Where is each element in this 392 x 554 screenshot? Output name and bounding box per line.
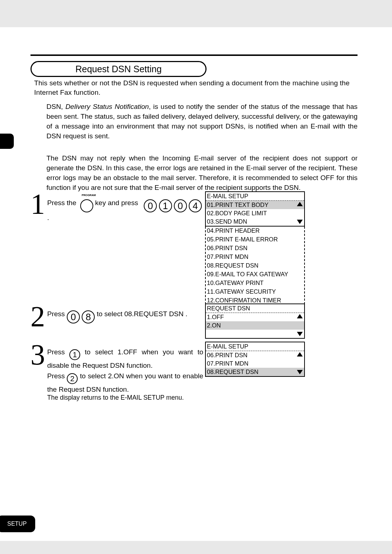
- step-2-body: Press 0 8 to select 08.REQUEST DSN .: [47, 309, 203, 323]
- step2-after: to select 08.REQUEST DSN .: [97, 310, 187, 318]
- step-number-2: 2: [30, 302, 45, 331]
- screen2-row-2: 2.ON: [206, 321, 304, 330]
- screen1-header: E-MAIL SETUP: [206, 192, 304, 201]
- intro-paragraph: This sets whether or not the DSN is requ…: [34, 78, 358, 97]
- key-0c: 0: [67, 310, 80, 323]
- menu-ext-07: 07.PRINT MDN: [206, 253, 304, 261]
- screen3-row-08-text: 08.REQUEST DSN: [207, 368, 258, 375]
- note-paragraph: The DSN may not reply when the Incoming …: [46, 153, 358, 192]
- screen-email-setup-return: E-MAIL SETUP 06.PRINT DSN 07.PRINT MDN 0…: [205, 342, 305, 377]
- program-label: PROGRAM: [78, 190, 99, 200]
- horizontal-rule: [30, 54, 358, 56]
- footer-tab-label: SETUP: [7, 521, 26, 527]
- header-bar: [0, 27, 392, 54]
- dsn-italic: Delivery Status Notification: [65, 103, 149, 110]
- menu-ext-08: 08.REQUEST DSN: [206, 261, 304, 270]
- screen3-row-06: 06.PRINT DSN: [206, 351, 304, 359]
- screen3-row-07: 07.PRINT MDN: [206, 359, 304, 368]
- screen2-row-1: 1.OFF: [206, 313, 304, 321]
- section-title-text: Request DSN Setting: [75, 64, 162, 74]
- dsn-lead: DSN,: [46, 103, 65, 110]
- dsn-description: DSN, Delivery Status Notification, is us…: [46, 102, 358, 141]
- press3b: Press: [47, 372, 67, 380]
- screen1-row-03-text: 03.SEND MDN: [207, 218, 247, 225]
- menu-ext-10: 10.GATEWAY PRINT: [206, 279, 304, 288]
- screen1-row-01-text: 01.PRINT TEXT BODY: [207, 201, 269, 208]
- menu-ext-11: 11.GATEWAY SECURITY: [206, 288, 304, 296]
- arrow-up-icon: [297, 314, 303, 318]
- arrow-up-icon: [297, 352, 303, 357]
- press3a: Press: [47, 348, 69, 356]
- step-3-body: Press 1 to select 1.OFF when you want to…: [47, 347, 203, 395]
- menu-ext-04: 04.PRINT HEADER: [206, 227, 304, 235]
- period: .: [47, 214, 49, 221]
- step-1-body: Press the PROGRAM key and press 0 1 0 4 …: [47, 196, 203, 223]
- section-title: Request DSN Setting: [30, 61, 207, 77]
- screen1-row-02-text: 02.BODY PAGE LIMIT: [207, 210, 267, 216]
- screen2-row-2-text: 2.ON: [207, 322, 221, 329]
- arrow-down-icon: [297, 332, 303, 336]
- screen2-row-1-text: 1.OFF: [207, 314, 224, 320]
- footer-tab: SETUP: [0, 516, 35, 532]
- step-number-1: 1: [30, 190, 45, 219]
- key-8: 8: [82, 310, 95, 323]
- arrow-down-icon: [297, 370, 303, 374]
- key-1: 1: [159, 199, 172, 212]
- press-the: Press the: [47, 199, 78, 207]
- side-tab: [0, 134, 14, 149]
- arrow-down-icon: [297, 220, 303, 224]
- screen-email-setup: E-MAIL SETUP 01.PRINT TEXT BODY 02.BODY …: [205, 191, 305, 227]
- page: Request DSN Setting This sets whether or…: [0, 0, 392, 554]
- key-0: 0: [144, 199, 157, 212]
- key-and-press: key and press: [95, 199, 140, 207]
- screen1-row-02: 02.BODY PAGE LIMIT: [206, 209, 304, 217]
- screen3-row-06-text: 06.PRINT DSN: [207, 352, 248, 358]
- screen1-row-01: 01.PRINT TEXT BODY: [206, 201, 304, 209]
- screen-request-dsn: REQUEST DSN 1.OFF 2.ON: [205, 304, 305, 339]
- key-2: 2: [67, 373, 78, 384]
- menu-ext-06: 06.PRINT DSN: [206, 244, 304, 253]
- key-0b: 0: [174, 199, 187, 212]
- menu-ext-09: 09.E-MAIL TO FAX GATEWAY: [206, 270, 304, 279]
- screen3-row-08: 08.REQUEST DSN: [206, 368, 304, 376]
- screen1-row-03: 03.SEND MDN: [206, 217, 304, 226]
- screen1-extended-menu: 04.PRINT HEADER 05.PRINT E-MAIL ERROR 06…: [205, 227, 305, 315]
- return-note: The display returns to the E-MAIL SETUP …: [47, 393, 203, 402]
- step-number-3: 3: [30, 340, 45, 369]
- program-key-icon: [80, 199, 93, 212]
- screen3-header: E-MAIL SETUP: [206, 342, 304, 351]
- content-area: Request DSN Setting This sets whether or…: [0, 54, 392, 541]
- key-1b: 1: [69, 349, 80, 360]
- screen3-row-07-text: 07.PRINT MDN: [207, 360, 248, 367]
- key-4: 4: [189, 199, 202, 212]
- screen2-row-3: [206, 330, 304, 338]
- screen2-header: REQUEST DSN: [206, 304, 304, 313]
- press2: Press: [47, 310, 67, 318]
- arrow-up-icon: [297, 202, 303, 206]
- menu-ext-05: 05.PRINT E-MAIL ERROR: [206, 235, 304, 244]
